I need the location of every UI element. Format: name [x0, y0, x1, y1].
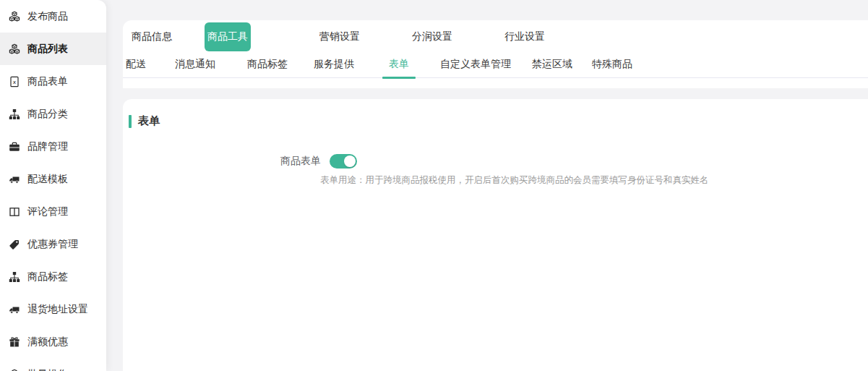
svg-text:x: x — [12, 79, 16, 85]
tab-primary-label: 商品工具 — [207, 30, 248, 43]
truck-icon — [8, 303, 20, 315]
sidebar-item-label: 退货地址设置 — [27, 303, 88, 316]
form-row: 商品表单 — [280, 154, 357, 169]
section-accent-bar — [129, 115, 132, 128]
sidebar-item-label: 配送模板 — [27, 173, 68, 186]
sidebar-item-label: 优惠券管理 — [27, 238, 78, 251]
tab-secondary-label: 禁运区域 — [532, 58, 572, 71]
section-title: 表单 — [138, 114, 160, 128]
sidebar-item-label: 商品列表 — [27, 43, 68, 56]
cubes-icon — [8, 10, 20, 22]
sidebar-item-label: 商品分类 — [27, 108, 68, 121]
tab-secondary[interactable]: 消息通知 — [175, 51, 215, 77]
tab-secondary-label: 服务提供 — [314, 58, 354, 71]
tab-primary-label: 行业设置 — [504, 30, 545, 43]
tab-primary[interactable]: 商品信息 — [132, 22, 172, 51]
columns-icon — [8, 205, 20, 218]
content-card: 表单 商品表单 表单用途：用于跨境商品报税使用，开启后首次购买跨境商品的会员需要… — [123, 99, 868, 371]
tab-secondary[interactable]: 配送 — [126, 51, 146, 77]
sidebar-item-label: 批量操作 — [27, 368, 68, 371]
sidebar-item[interactable]: x 商品表单 — [0, 65, 106, 98]
tab-secondary-label: 表单 — [389, 58, 409, 71]
sidebar-item-label: 商品标签 — [27, 270, 68, 283]
form-help-text: 表单用途：用于跨境商品报税使用，开启后首次购买跨境商品的会员需要填写身份证号和真… — [320, 174, 709, 187]
tab-primary-label: 营销设置 — [319, 30, 360, 43]
sidebar-item[interactable]: 发布商品 — [0, 0, 106, 33]
tab-secondary[interactable]: 商品标签 — [247, 51, 288, 77]
tab-primary[interactable]: 行业设置 — [504, 22, 545, 51]
tab-primary[interactable]: 分润设置 — [412, 22, 452, 51]
tab-secondary[interactable]: 服务提供 — [314, 51, 354, 77]
tab-secondary-label: 商品标签 — [247, 58, 288, 71]
section-header: 表单 — [123, 99, 868, 128]
sidebar-item-label: 发布商品 — [27, 10, 68, 23]
product-form-toggle[interactable] — [330, 154, 357, 169]
sidebar-item[interactable]: 批量操作 — [0, 358, 106, 371]
tab-secondary-label: 配送 — [126, 58, 146, 71]
tabs-card: 商品信息 商品工具 营销设置 分润设置 行业设置 — [123, 20, 868, 88]
truck-icon — [8, 173, 20, 185]
sidebar-item[interactable]: 评论管理 — [0, 195, 106, 228]
secondary-tab-bar: 配送 消息通知 商品标签 服务提供 表单 自定义表 — [123, 51, 868, 78]
sidebar-item[interactable]: 退货地址设置 — [0, 293, 106, 325]
tab-primary[interactable]: 营销设置 — [319, 22, 360, 51]
sidebar-item-label: 商品表单 — [27, 75, 68, 88]
tab-secondary[interactable]: 特殊商品 — [592, 51, 632, 77]
sidebar-item[interactable]: 配送模板 — [0, 163, 106, 195]
primary-tab-bar: 商品信息 商品工具 营销设置 分润设置 行业设置 — [123, 22, 868, 51]
tab-secondary-label: 特殊商品 — [592, 58, 632, 71]
tab-secondary[interactable]: 自定义表单管理 — [440, 51, 511, 77]
sidebar-item[interactable]: 商品分类 — [0, 98, 106, 130]
sidebar-item-label: 满额优惠 — [27, 336, 68, 349]
toggle-knob-icon — [344, 155, 356, 167]
sitemap-icon — [8, 270, 20, 283]
sidebar-item[interactable]: 满额优惠 — [0, 325, 106, 358]
gift-icon — [8, 336, 20, 348]
page: 发布商品 商品列表 x 商品表单 商品分类 — [0, 0, 868, 371]
sidebar-item[interactable]: 商品标签 — [0, 260, 106, 293]
tab-secondary-label: 自定义表单管理 — [440, 58, 511, 71]
product-form-label: 商品表单 — [280, 155, 321, 168]
tab-primary[interactable]: 商品工具 — [205, 22, 251, 51]
sidebar-item-label: 评论管理 — [27, 205, 68, 218]
sidebar-item-label: 品牌管理 — [27, 140, 68, 153]
sidebar-item[interactable]: 品牌管理 — [0, 130, 106, 163]
briefcase-icon — [8, 140, 20, 153]
sidebar-item[interactable]: 优惠券管理 — [0, 228, 106, 260]
tab-secondary[interactable]: 表单 — [389, 51, 409, 77]
cubes-icon — [8, 43, 20, 55]
cubes-icon — [8, 368, 20, 371]
sidebar-nav: 发布商品 商品列表 x 商品表单 商品分类 — [0, 0, 106, 371]
tab-primary-label: 商品信息 — [132, 30, 172, 43]
tag-icon — [8, 238, 20, 250]
tab-secondary-label: 消息通知 — [175, 58, 215, 71]
tab-primary-label: 分润设置 — [412, 30, 452, 43]
tab-secondary[interactable]: 禁运区域 — [532, 51, 572, 77]
sidebar-item[interactable]: 商品列表 — [0, 33, 106, 65]
file-excel-icon: x — [8, 75, 20, 88]
sitemap-icon — [8, 108, 20, 120]
sidebar: 发布商品 商品列表 x 商品表单 商品分类 — [0, 0, 106, 371]
